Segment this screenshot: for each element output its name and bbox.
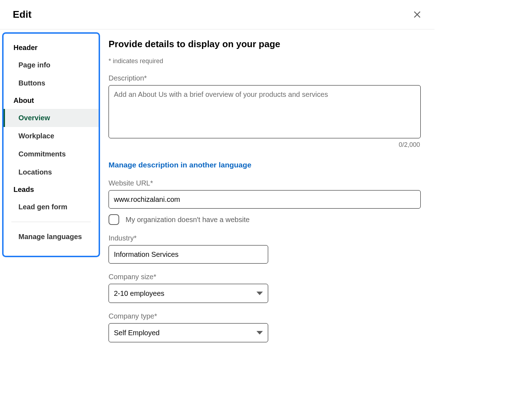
sidebar-item-locations[interactable]: Locations — [4, 163, 99, 181]
sidebar-item-manage-languages[interactable]: Manage languages — [4, 228, 99, 246]
sidebar-item-overview[interactable]: Overview — [4, 109, 99, 127]
company-type-label: Company type* — [109, 312, 421, 320]
sidebar-section-about: About — [4, 92, 99, 109]
description-label: Description* — [109, 74, 421, 82]
sidebar-divider — [11, 222, 91, 222]
sidebar-section-leads: Leads — [4, 181, 99, 198]
required-note: * indicates required — [109, 57, 421, 65]
close-button[interactable] — [411, 9, 423, 21]
company-size-select[interactable]: 2-10 employees — [109, 284, 268, 303]
company-type-select[interactable]: Self Employed — [109, 323, 268, 342]
no-website-row: My organization doesn't have a website — [109, 214, 421, 225]
industry-input[interactable] — [109, 245, 268, 264]
page-heading: Provide details to display on your page — [109, 39, 421, 50]
sidebar-item-commitments[interactable]: Commitments — [4, 145, 99, 163]
company-size-value: 2-10 employees — [114, 289, 164, 298]
no-website-label: My organization doesn't have a website — [126, 216, 250, 224]
field-website: Website URL* My organization doesn't hav… — [109, 179, 421, 225]
close-icon — [412, 10, 422, 20]
sidebar-item-workplace[interactable]: Workplace — [4, 127, 99, 145]
chevron-down-icon — [256, 331, 263, 335]
form-main: Provide details to display on your page … — [100, 29, 426, 342]
dialog-title: Edit — [13, 9, 32, 20]
field-company-type: Company type* Self Employed — [109, 312, 421, 342]
field-industry: Industry* — [109, 234, 421, 264]
no-website-checkbox[interactable] — [109, 214, 119, 225]
company-size-label: Company size* — [109, 273, 421, 281]
description-textarea[interactable] — [109, 85, 421, 138]
sidebar-item-lead-gen-form[interactable]: Lead gen form — [4, 198, 99, 216]
dialog-body: Header Page info Buttons About Overview … — [0, 29, 435, 342]
website-input[interactable] — [109, 190, 421, 209]
description-counter: 0/2,000 — [109, 140, 421, 151]
manage-description-language-link[interactable]: Manage description in another language — [109, 161, 421, 169]
company-type-value: Self Employed — [114, 329, 160, 337]
field-company-size: Company size* 2-10 employees — [109, 273, 421, 303]
sidebar-section-header: Header — [4, 39, 99, 56]
field-description: Description* 0/2,000 — [109, 74, 421, 151]
industry-label: Industry* — [109, 234, 421, 242]
sidebar-item-buttons[interactable]: Buttons — [4, 74, 99, 92]
dialog-header: Edit — [0, 0, 435, 29]
sidebar-item-page-info[interactable]: Page info — [4, 56, 99, 74]
chevron-down-icon — [256, 292, 263, 295]
website-label: Website URL* — [109, 179, 421, 187]
sidebar: Header Page info Buttons About Overview … — [2, 32, 100, 257]
